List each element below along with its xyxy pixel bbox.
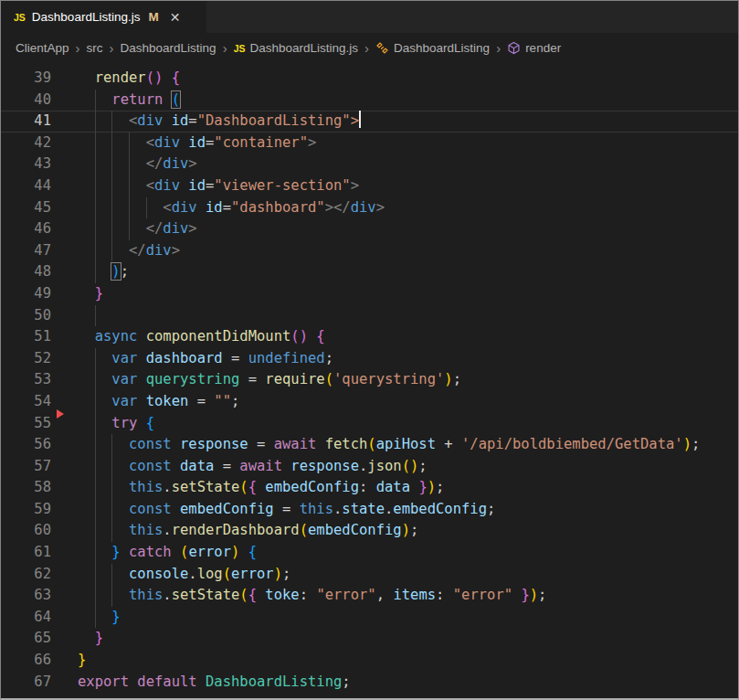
code-token: } [95, 630, 103, 646]
line-number[interactable]: 51 [1, 326, 51, 348]
code-line[interactable]: 64 } [1, 607, 738, 629]
code-token [257, 587, 265, 603]
indent-guide [111, 434, 112, 456]
code-token: render [95, 69, 146, 86]
indent-guide [95, 564, 96, 586]
line-number[interactable]: 65 [1, 628, 51, 650]
indent-guide [95, 133, 96, 154]
line-number[interactable]: 66 [1, 650, 51, 672]
breadcrumb-item-dashboardlisting[interactable]: DashboardListing [375, 41, 490, 55]
code-line[interactable]: 45 <div id="dashboard"></div> [1, 197, 738, 219]
code-line[interactable]: 51 async componentDidMount() { [1, 326, 738, 348]
code-token: embedConfig [265, 479, 359, 495]
breadcrumb-item-dashboardlisting-js[interactable]: JSDashboardListing.js [234, 41, 358, 55]
code-line-content: return ( [78, 90, 738, 111]
code-token: . [188, 566, 196, 582]
code-line[interactable]: 39 render() { [1, 68, 738, 90]
code-line[interactable]: 62 console.log(error); [1, 564, 738, 586]
code-line[interactable]: 50 [1, 305, 738, 327]
code-token: } [111, 544, 120, 560]
close-icon[interactable]: ✕ [170, 11, 181, 24]
code-token: const [129, 458, 172, 474]
code-line[interactable]: 67export default DashboardListing; [1, 672, 738, 694]
line-number[interactable]: 64 [1, 607, 51, 629]
code-line[interactable]: 57 const data = await response.json(); [1, 456, 738, 478]
code-line-content: console.log(error); [78, 564, 738, 586]
code-line[interactable]: 54 var token = ""; [1, 391, 738, 413]
code-line[interactable]: 52 var dashboard = undefined; [1, 348, 738, 370]
code-line[interactable]: 60 this.renderDashboard(embedConfig); [1, 520, 738, 542]
code-line[interactable]: 55 try { [1, 413, 738, 435]
code-line-content: var token = ""; [78, 391, 738, 413]
line-number[interactable]: 41 [1, 111, 51, 133]
line-number[interactable]: 40 [1, 90, 51, 111]
code-token: async [95, 328, 138, 345]
code-token: { [172, 69, 180, 86]
code-line-content: this.setState({ embedConfig: data }); [78, 477, 738, 499]
line-number[interactable]: 48 [1, 261, 51, 283]
code-line[interactable]: 42 <div id="container"> [1, 133, 738, 154]
code-line[interactable]: 40 return ( [1, 90, 738, 111]
code-token: ( [239, 587, 248, 603]
line-number[interactable]: 42 [1, 133, 51, 154]
indent-guide [95, 456, 96, 478]
code-line[interactable]: 43 </div> [1, 154, 738, 175]
breadcrumb-item-render[interactable]: render [507, 41, 561, 55]
code-token: { [316, 328, 324, 345]
line-number[interactable]: 53 [1, 369, 51, 391]
code-line[interactable]: 66} [1, 650, 738, 672]
code-token: ) [111, 263, 120, 280]
code-line-content: var dashboard = undefined; [78, 348, 738, 370]
tab-dashboardlisting[interactable]: JS DashboardListing.js M ✕ [1, 1, 206, 33]
indent-guide [95, 218, 96, 240]
line-number[interactable]: 58 [1, 477, 51, 499]
code-token: : [300, 587, 308, 603]
line-number[interactable]: 60 [1, 520, 51, 542]
code-line[interactable]: 63 this.setState({ toke: "error", items:… [1, 585, 738, 607]
line-number[interactable]: 56 [1, 434, 51, 456]
line-number[interactable]: 45 [1, 197, 51, 219]
line-number[interactable]: 52 [1, 348, 51, 370]
code-line[interactable]: 56 const response = await fetch(apiHost … [1, 434, 738, 456]
line-number[interactable]: 49 [1, 283, 51, 305]
code-line[interactable]: 44 <div id="viewer-section"> [1, 175, 738, 197]
line-number[interactable]: 39 [1, 68, 51, 90]
code-line[interactable]: 46 </div> [1, 218, 738, 240]
line-number[interactable]: 47 [1, 240, 51, 262]
line-number[interactable]: 54 [1, 391, 51, 413]
line-number[interactable]: 46 [1, 218, 51, 240]
code-token: json [367, 458, 401, 474]
code-line[interactable]: 58 this.setState({ embedConfig: data }); [1, 477, 738, 499]
line-number[interactable]: 61 [1, 542, 51, 564]
code-line[interactable]: 53 var querystring = require('querystrin… [1, 369, 738, 391]
code-token: log [197, 566, 223, 582]
code-line[interactable]: 41 <div id="DashboardListing"> [1, 111, 738, 133]
breadcrumb-label: ClientApp [16, 41, 69, 55]
line-number[interactable]: 44 [1, 175, 51, 197]
line-number[interactable]: 62 [1, 564, 51, 586]
breadcrumb-item-clientapp[interactable]: ClientApp [16, 41, 69, 55]
code-line[interactable]: 65 } [1, 628, 738, 650]
code-line[interactable]: 61 } catch (error) { [1, 542, 738, 564]
line-number[interactable]: 67 [1, 672, 51, 694]
line-number[interactable]: 43 [1, 154, 51, 175]
breadcrumb-item-src[interactable]: src [87, 41, 103, 55]
line-number[interactable]: 63 [1, 585, 51, 607]
code-editor[interactable]: 39 render() {40 return (41 <div id="Dash… [1, 63, 738, 700]
line-number[interactable]: 50 [1, 305, 51, 327]
line-number[interactable]: 57 [1, 456, 51, 478]
code-line[interactable]: 48 ); [1, 261, 738, 283]
code-token: : [359, 479, 367, 495]
indent-guide [111, 175, 112, 197]
code-line[interactable]: 47 </div> [1, 240, 738, 262]
code-line-content: this.renderDashboard(embedConfig); [78, 520, 738, 542]
code-line[interactable]: 49 } [1, 283, 738, 305]
code-token: = [274, 501, 300, 517]
line-number[interactable]: 59 [1, 499, 51, 521]
breadcrumb-item-dashboardlisting[interactable]: DashboardListing [121, 41, 216, 55]
code-token: </ [146, 155, 164, 172]
code-line-content: </div> [78, 218, 738, 240]
line-number[interactable]: 55 [1, 413, 51, 435]
code-token: setState [172, 479, 240, 495]
code-line[interactable]: 59 const embedConfig = this.state.embedC… [1, 499, 738, 521]
